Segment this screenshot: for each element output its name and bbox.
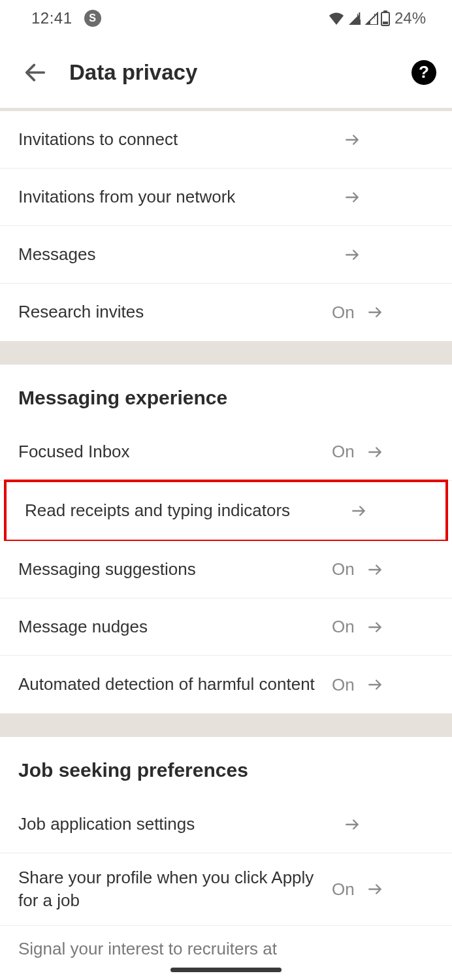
- settings-row-messaging-suggestions[interactable]: Messaging suggestions On: [0, 541, 452, 598]
- row-value: On: [332, 442, 355, 462]
- chevron-right-icon: [344, 131, 361, 148]
- settings-row-messages[interactable]: Messages: [0, 226, 452, 284]
- row-label: Message nudges: [18, 615, 332, 638]
- chevron-right-icon: [366, 444, 383, 461]
- help-button[interactable]: ?: [412, 60, 436, 85]
- settings-row-share-profile-apply[interactable]: Share your profile when you click Apply …: [0, 853, 452, 926]
- svg-rect-6: [383, 22, 388, 24]
- settings-row-message-nudges[interactable]: Message nudges On: [0, 598, 452, 656]
- status-time: 12:41: [31, 9, 73, 27]
- battery-icon: [380, 10, 391, 26]
- row-label: Messaging suggestions: [18, 558, 332, 581]
- section-header: Job seeking preferences: [0, 737, 452, 796]
- svg-rect-5: [383, 10, 387, 12]
- row-label: Share your profile when you click Apply …: [18, 866, 332, 912]
- row-label: Focused Inbox: [18, 440, 332, 463]
- battery-text: 24%: [395, 9, 426, 27]
- chevron-right-icon: [350, 502, 367, 519]
- settings-row-research-invites[interactable]: Research invites On: [0, 284, 452, 341]
- chevron-right-icon: [366, 561, 383, 578]
- settings-row-harmful-content[interactable]: Automated detection of harmful content O…: [0, 656, 452, 713]
- row-value: On: [332, 675, 355, 695]
- wifi-icon: [328, 12, 345, 25]
- highlighted-row-container: Read receipts and typing indicators: [4, 480, 448, 542]
- row-label: Invitations from your network: [18, 186, 332, 208]
- settings-row-focused-inbox[interactable]: Focused Inbox On: [0, 423, 452, 481]
- row-label: Read receipts and typing indicators: [25, 499, 338, 522]
- settings-row-invitations-connect[interactable]: Invitations to connect: [0, 111, 452, 169]
- page-title: Data privacy: [69, 60, 393, 85]
- row-value: On: [332, 617, 355, 637]
- chevron-right-icon: [344, 246, 361, 263]
- settings-group-job: Job seeking preferences Job application …: [0, 737, 452, 959]
- row-label: Research invites: [18, 301, 332, 323]
- settings-row-read-receipts[interactable]: Read receipts and typing indicators: [7, 482, 445, 540]
- chevron-right-icon: [366, 676, 383, 693]
- section-header: Messaging experience: [0, 365, 452, 423]
- back-button[interactable]: [20, 57, 51, 88]
- svg-text:!: !: [374, 12, 376, 20]
- settings-row-invitations-network[interactable]: Invitations from your network: [0, 169, 452, 226]
- signal-icon: !: [346, 12, 362, 25]
- chevron-right-icon: [366, 619, 383, 636]
- row-value: On: [332, 302, 355, 323]
- app-bar: Data privacy ?: [0, 37, 452, 108]
- settings-row-job-application[interactable]: Job application settings: [0, 796, 452, 853]
- svg-text:!: !: [357, 12, 359, 20]
- section-gap: [0, 341, 452, 365]
- status-bar: 12:41 S ! ! 24%: [0, 0, 452, 37]
- chevron-right-icon: [366, 304, 383, 321]
- chevron-right-icon: [344, 816, 361, 833]
- row-value: On: [332, 559, 355, 580]
- settings-group-messaging: Messaging experience Focused Inbox On Re…: [0, 365, 452, 713]
- signal2-icon: !: [363, 12, 379, 25]
- row-label: Messages: [18, 243, 332, 266]
- row-label: Automated detection of harmful content: [18, 673, 332, 696]
- svg-rect-1: [359, 12, 360, 20]
- chevron-right-icon: [366, 881, 383, 898]
- nav-handle[interactable]: [170, 968, 282, 972]
- row-label: Invitations to connect: [18, 128, 332, 151]
- chevron-right-icon: [344, 189, 361, 206]
- settings-row-cutoff: Signal your interest to recruiters at: [0, 926, 452, 959]
- section-gap: [0, 713, 452, 737]
- app-badge-icon: S: [84, 10, 101, 27]
- settings-group: Invitations to connect Invitations from …: [0, 111, 452, 341]
- row-label: Job application settings: [18, 813, 332, 836]
- row-value: On: [332, 879, 355, 900]
